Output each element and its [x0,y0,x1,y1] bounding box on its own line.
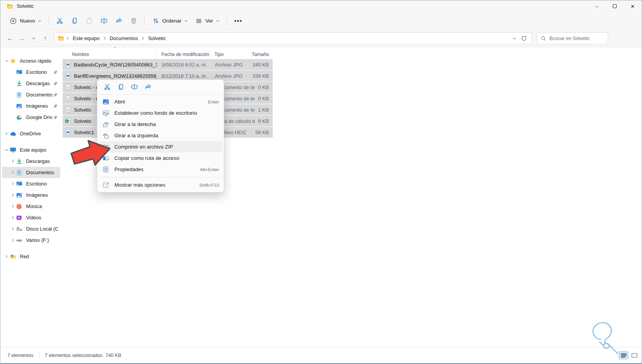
share-button[interactable] [141,81,155,93]
column-header-date[interactable]: Fecha de modificación [156,50,210,59]
maximize-button[interactable] [606,0,624,12]
disk2-icon [16,237,23,243]
copy-icon [117,83,125,91]
chevron-right-icon[interactable] [10,227,16,231]
chevron-right-icon[interactable] [10,238,16,242]
pin-icon [53,115,58,120]
sidebar-item-documentos[interactable]: Documentos [2,167,60,178]
chevron-down-icon[interactable] [4,149,10,151]
sidebar-item-videos[interactable]: Videos [2,212,60,223]
column-header-name[interactable]: Nombre [63,50,156,59]
refresh-icon[interactable] [521,35,527,41]
copy-button[interactable] [67,15,82,27]
forward-button[interactable]: → [16,33,28,44]
minimize-button[interactable]: – [588,0,606,12]
sidebar-item-onedrive[interactable]: OneDrive [2,128,60,139]
more-commands-button[interactable]: ••• [230,17,246,25]
onedrive-icon [10,130,16,137]
menu-item-girar-a-la-derecha[interactable]: Girar a la derecha [99,119,222,130]
details-view-toggle[interactable] [619,351,628,359]
sidebar-item-im-genes[interactable]: Imágenes [2,100,60,112]
cut-button[interactable] [52,15,67,27]
chevron-right-icon[interactable] [10,216,16,219]
column-header-type[interactable]: Tipo [209,50,251,59]
sidebar-item-label: Disco Local (C:) [26,226,58,232]
search-input[interactable] [549,36,600,41]
view-button[interactable]: Ver [191,15,223,27]
menu-item-mostrar-m-s-opciones[interactable]: Mostrar más opcionesShift+F10 [99,179,222,191]
sidebar-item-descargas[interactable]: Descargas [2,156,60,167]
rename-button[interactable] [96,15,111,27]
menu-item-label: Mostrar más opciones [114,182,165,188]
network-icon [10,253,16,260]
sidebar-item-label: Varios (F:) [26,237,49,243]
chevron-right-icon[interactable] [10,182,16,186]
menu-item-girar-a-la-izquierda[interactable]: Girar a la izquierda [99,130,222,141]
sidebar-item-google-drive[interactable]: Google Drive [2,112,60,123]
delete-button[interactable] [155,81,168,93]
copy-button[interactable] [114,81,128,93]
excel-file-icon [65,118,71,124]
thumbnails-view-icon [631,353,637,358]
sidebar-item-descargas[interactable]: Descargas [2,78,60,89]
breadcrumb-item[interactable]: Documentos [108,34,140,42]
view-button-label: Ver [205,18,213,24]
selection-size: 740 KB [105,353,121,358]
sidebar-item-im-genes[interactable]: Imágenes [2,189,60,201]
chevron-down-icon[interactable] [4,60,10,62]
breadcrumb-item[interactable]: Solvetic [147,34,168,42]
up-button[interactable]: ↑ [39,33,51,44]
back-button[interactable]: ← [4,33,16,44]
menu-item-propiedades[interactable]: PropiedadesAlt+Enter [99,164,222,175]
sidebar-item-acceso-r-pido[interactable]: Acceso rápido [2,55,60,66]
address-bar[interactable]: Este equipoDocumentosSolvetic [54,32,532,44]
sort-button[interactable]: Ordenar [148,15,191,27]
sidebar: Acceso rápidoEscritorioDescargasDocument… [0,47,62,346]
menu-item-establecer-como-fondo-de-escritorio[interactable]: Establecer como fondo de escritorio [99,107,222,119]
breadcrumb-chevron-icon [67,37,69,40]
sidebar-item-disco-local-c-[interactable]: Disco Local (C:) [2,223,60,234]
plus-circle-icon [9,17,17,25]
file-name: BadlandsCycle_ROW12605400863_1920x1... [74,62,157,68]
sidebar-item-escritorio[interactable]: Escritorio [2,66,60,78]
menu-item-label: Copiar como ruta de acceso [114,155,179,161]
sidebar-item-m-sica[interactable]: ♪Música [2,201,60,212]
thumbnails-view-toggle[interactable] [630,351,639,359]
disk-icon [16,226,23,232]
recent-locations-button[interactable] [28,33,39,44]
new-button-label: Nuevo [20,18,35,24]
breadcrumb-item[interactable]: Este equipo [71,34,101,42]
sidebar-item-escritorio[interactable]: Escritorio [2,178,60,189]
menu-item-abrir[interactable]: AbrirEnter [99,96,222,107]
sidebar-item-documentos[interactable]: Documentos [2,89,60,100]
sidebar-item-este-equipo[interactable]: Este equipo [2,144,60,156]
chevron-right-icon[interactable] [10,193,16,197]
column-header-size[interactable]: Tamaño [251,50,273,59]
close-button[interactable]: ✕ [624,0,642,12]
sidebar-item-red[interactable]: Red [2,251,60,262]
chevron-right-icon[interactable] [10,171,16,174]
share-button[interactable] [111,15,126,27]
details-view-icon [621,353,626,358]
status-bar: 7 elementos 7 elementos seleccionados 74… [0,347,642,363]
menu-item-comprimir-en-archivo-zip[interactable]: Comprimir en archivo ZIP [99,141,222,152]
search-box[interactable] [537,32,608,44]
paste-button[interactable] [82,15,96,27]
rename-button[interactable] [128,81,141,93]
chevron-right-icon[interactable] [4,132,10,135]
file-date: 3/08/2018 6:02 a. m. [157,62,210,68]
pin-icon [53,103,58,109]
file-row[interactable]: BadlandsCycle_ROW12605400863_1920x1...3/… [63,59,273,70]
chevron-right-icon[interactable] [10,205,16,208]
file-type: Archivo JPG [210,73,253,79]
cut-button[interactable] [100,81,114,93]
properties-icon [102,166,109,173]
new-button[interactable]: Nuevo [6,15,45,27]
search-icon [541,36,546,41]
menu-item-copiar-como-ruta-de-acceso[interactable]: Copiar como ruta de acceso [99,152,222,164]
address-dropdown-chevron-icon[interactable] [513,37,516,40]
chevron-right-icon[interactable] [10,159,16,163]
chevron-right-icon[interactable] [4,255,10,258]
sidebar-item-varios-f-[interactable]: Varios (F:) [2,234,60,246]
delete-button[interactable] [126,15,141,27]
